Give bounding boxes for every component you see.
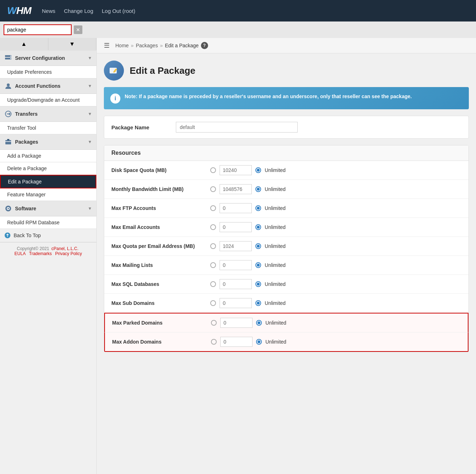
sidebar-scroll-down-button[interactable]: ▼	[48, 38, 97, 50]
package-name-section: Package Name	[104, 116, 468, 138]
sidebar-item-feature-manager[interactable]: Feature Manager	[0, 188, 96, 201]
packages-label: Packages	[15, 139, 88, 145]
input-bandwidth[interactable]	[220, 184, 252, 194]
radio-disk-space-value[interactable]	[210, 167, 216, 173]
sidebar-section-packages[interactable]: Packages ▼	[0, 134, 96, 150]
sidebar-section-account-functions[interactable]: Account Functions ▼	[0, 78, 96, 94]
radio-ftp-unlimited[interactable]	[255, 205, 261, 211]
package-name-input[interactable]	[176, 122, 298, 133]
transfers-label: Transfers	[15, 111, 88, 117]
radio-email-value[interactable]	[210, 224, 216, 230]
breadcrumb-sep-1: »	[131, 43, 134, 48]
input-disk-space[interactable]	[220, 165, 252, 175]
svg-rect-7	[7, 139, 9, 140]
resource-controls-disk-space: Unlimited	[210, 165, 461, 175]
input-subdomains[interactable]	[220, 298, 252, 308]
resource-label-mailing-lists: Max Mailing Lists	[111, 262, 205, 268]
resource-row-bandwidth: Monthly Bandwidth Limit (MB) Unlimited	[104, 180, 468, 199]
input-mailing-lists[interactable]	[220, 260, 252, 270]
radio-addon-unlimited[interactable]	[256, 339, 262, 345]
sidebar-section-transfers[interactable]: Transfers ▼	[0, 106, 96, 122]
nav-news-link[interactable]: News	[42, 8, 56, 14]
back-to-top-button[interactable]: Back To Top	[0, 229, 96, 242]
input-email-quota[interactable]	[220, 241, 252, 251]
resource-row-addon-domains: Max Addon Domains Unlimited	[104, 332, 468, 352]
radio-parked-unlimited[interactable]	[256, 320, 262, 326]
svg-point-4	[7, 83, 10, 86]
sidebar-item-delete-package[interactable]: Delete a Package	[0, 162, 96, 175]
resource-label-ftp: Max FTP Accounts	[111, 205, 205, 211]
resource-row-email: Max Email Accounts Unlimited	[104, 218, 468, 237]
resource-controls-addon-domains: Unlimited	[211, 337, 461, 347]
main-layout: ▲ ▼ Server Configuration ▼ Update Prefer…	[0, 38, 476, 474]
right-panel: ☰ Home » Packages » Edit a Package ? Edi…	[97, 38, 476, 474]
resource-label-addon-domains: Max Addon Domains	[112, 339, 205, 345]
sidebar-footer: Copyright© 2021 cPanel, L.L.C. EULA Trad…	[0, 242, 96, 260]
sidebar-section-server-configuration[interactable]: Server Configuration ▼	[0, 51, 96, 66]
package-name-label: Package Name	[111, 124, 169, 130]
input-sql[interactable]	[220, 279, 252, 289]
top-navigation: WHM News Change Log Log Out (root)	[0, 0, 476, 21]
resource-row-mailing-lists: Max Mailing Lists Unlimited	[104, 256, 468, 275]
breadcrumb-current: Edit a Package	[165, 43, 198, 48]
radio-disk-space-unlimited[interactable]	[255, 167, 261, 173]
software-icon	[4, 205, 12, 212]
footer-eula-link[interactable]: EULA	[14, 251, 25, 256]
unlimited-label-bandwidth: Unlimited	[265, 186, 285, 192]
radio-email-unlimited[interactable]	[255, 224, 261, 230]
radio-bandwidth-value[interactable]	[210, 186, 216, 192]
breadcrumb-sep-2: »	[160, 43, 163, 48]
resource-label-sql: Max SQL Databases	[111, 281, 205, 287]
radio-sql-unlimited[interactable]	[255, 281, 261, 287]
search-clear-button[interactable]: ✕	[74, 25, 82, 34]
resource-label-email: Max Email Accounts	[111, 224, 205, 230]
sidebar-toggle-button[interactable]: ☰	[104, 42, 110, 49]
sidebar-section-software[interactable]: Software ▼	[0, 201, 96, 216]
svg-point-2	[10, 56, 11, 57]
search-input[interactable]	[4, 24, 72, 35]
search-bar: ✕	[0, 21, 476, 38]
footer-trademarks-link[interactable]: Trademarks	[29, 251, 52, 256]
help-icon[interactable]: ?	[201, 42, 208, 49]
resource-label-disk-space: Disk Space Quota (MB)	[111, 167, 205, 173]
radio-addon-value[interactable]	[211, 339, 217, 345]
input-ftp[interactable]	[220, 203, 252, 213]
radio-subdomains-unlimited[interactable]	[255, 300, 261, 306]
nav-logout-link[interactable]: Log Out (root)	[102, 8, 135, 14]
radio-email-quota-unlimited[interactable]	[255, 243, 261, 249]
sidebar-item-add-package[interactable]: Add a Package	[0, 150, 96, 162]
resource-controls-parked-domains: Unlimited	[211, 318, 461, 328]
software-chevron: ▼	[88, 206, 92, 211]
sidebar-scroll-up-button[interactable]: ▲	[0, 38, 48, 50]
unlimited-label-addon-domains: Unlimited	[265, 339, 286, 345]
radio-email-quota-value[interactable]	[210, 243, 216, 249]
footer-privacy-link[interactable]: Privacy Policy	[55, 251, 82, 256]
breadcrumb: ☰ Home » Packages » Edit a Package ?	[97, 38, 476, 53]
sidebar-item-upgrade-downgrade[interactable]: Upgrade/Downgrade an Account	[0, 94, 96, 106]
footer-cpanel-link[interactable]: cPanel, L.L.C.	[52, 246, 78, 251]
sidebar-item-transfer-tool[interactable]: Transfer Tool	[0, 122, 96, 134]
radio-bandwidth-unlimited[interactable]	[255, 186, 261, 192]
input-addon-domains[interactable]	[220, 337, 253, 347]
sidebar-item-edit-package[interactable]: Edit a Package	[0, 175, 96, 188]
unlimited-label-sql: Unlimited	[265, 281, 285, 287]
radio-subdomains-value[interactable]	[210, 300, 216, 306]
package-name-row: Package Name	[111, 122, 461, 133]
input-parked-domains[interactable]	[220, 318, 253, 328]
radio-mailing-value[interactable]	[210, 262, 216, 268]
resource-controls-sql: Unlimited	[210, 279, 461, 289]
sidebar-item-update-preferences[interactable]: Update Preferences	[0, 66, 96, 78]
resources-header: Resources	[104, 145, 468, 161]
radio-mailing-unlimited[interactable]	[255, 262, 261, 268]
resources-title: Resources	[111, 150, 461, 156]
info-box: i Note: If a package name is preceded by…	[104, 87, 469, 109]
whm-logo: WHM	[7, 5, 31, 16]
nav-changelog-link[interactable]: Change Log	[64, 8, 93, 14]
radio-parked-value[interactable]	[211, 320, 217, 326]
input-email[interactable]	[220, 222, 252, 232]
resource-label-email-quota: Max Quota per Email Address (MB)	[111, 243, 205, 249]
svg-rect-6	[5, 140, 11, 144]
sidebar-item-rebuild-rpm[interactable]: Rebuild RPM Database	[0, 216, 96, 229]
radio-ftp-value[interactable]	[210, 205, 216, 211]
radio-sql-value[interactable]	[210, 281, 216, 287]
